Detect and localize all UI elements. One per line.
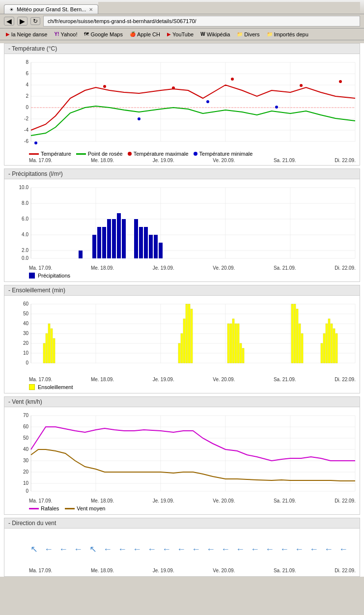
- svg-rect-73: [48, 324, 50, 363]
- svg-text:20: 20: [23, 340, 29, 346]
- svg-text:←: ←: [103, 544, 112, 554]
- precip-bar-3: [97, 227, 101, 258]
- precip-bar-8: [122, 219, 126, 258]
- precip-bar-5: [107, 219, 111, 258]
- svg-text:←: ←: [192, 544, 200, 554]
- precip-x-label-1: Me. 18.09.: [91, 265, 114, 271]
- svg-point-30: [138, 117, 140, 120]
- svg-text:20: 20: [23, 469, 29, 475]
- svg-rect-88: [242, 348, 244, 363]
- temperature-svg: 8 6 4 2 0 -2 -4 -6: [6, 57, 360, 148]
- svg-text:10: 10: [23, 480, 29, 486]
- svg-text:←: ←: [265, 544, 274, 554]
- wind-x-label-0: Ma. 17.09.: [29, 498, 52, 503]
- precip-x-label-3: Ve. 20.09.: [213, 265, 235, 271]
- svg-text:←: ←: [206, 544, 215, 554]
- svg-point-26: [231, 78, 234, 81]
- svg-text:←: ←: [309, 544, 318, 554]
- svg-text:8.0: 8.0: [22, 200, 28, 206]
- precip-bar-1: [79, 251, 83, 258]
- svg-text:←: ←: [221, 544, 230, 554]
- bookmark-divers-icon: 📁: [237, 31, 243, 37]
- sun-x-label-5: Di. 22.09.: [335, 377, 356, 382]
- wind-chart-section: - Vent (km/h) 70 60 50 40 30 20 10 0: [4, 396, 360, 515]
- temp-x-label-1: Me. 18.09.: [91, 158, 114, 163]
- svg-text:←: ←: [251, 544, 259, 554]
- svg-text:40: 40: [23, 447, 29, 452]
- back-button[interactable]: ◀: [4, 17, 14, 26]
- precipitation-chart-container: 10.0 8.0 6.0 4.0 2.0 0.0: [4, 179, 360, 265]
- refresh-button[interactable]: ↻: [30, 17, 40, 25]
- svg-text:←: ←: [162, 544, 171, 554]
- temp-x-label-4: Sa. 21.09.: [274, 158, 296, 163]
- wind-direction-chart-section: - Direction du vent ↖ ← ← ← ↖ ← ← ← ← ← …: [4, 518, 360, 577]
- wind-x-label-2: Je. 19.09.: [153, 498, 174, 503]
- wind-direction-svg: ↖ ← ← ← ↖ ← ← ← ← ← ← ← ← ← ← ← ← ← ← ←: [8, 533, 362, 563]
- bookmark-gmaps[interactable]: 🗺 Google Maps: [82, 31, 124, 38]
- precip-x-label-4: Sa. 21.09.: [274, 265, 296, 271]
- tab-close-button[interactable]: ✕: [89, 7, 93, 12]
- svg-point-25: [172, 86, 175, 89]
- winddir-x-label-4: Sa. 21.09.: [274, 568, 296, 573]
- legend-rafales-line: [29, 508, 39, 509]
- precipitation-chart-title: - Précipitations (l/m²): [4, 169, 360, 179]
- precip-bar-4: [102, 227, 106, 258]
- svg-rect-97: [328, 319, 330, 363]
- legend-precip-square: [29, 273, 35, 279]
- precip-x-label-5: Di. 22.09.: [335, 265, 356, 271]
- bookmark-apple[interactable]: 🍎 Apple CH: [128, 31, 162, 38]
- address-input[interactable]: [43, 16, 360, 27]
- svg-rect-79: [186, 304, 188, 363]
- browser-tab[interactable]: ☀ Météo pour Grand St. Bern... ✕: [4, 4, 98, 14]
- forward-button[interactable]: ▶: [17, 17, 28, 26]
- precip-bar-12: [149, 235, 153, 258]
- svg-text:←: ←: [280, 544, 289, 554]
- svg-rect-83: [230, 324, 232, 363]
- legend-vent-moyen-line: [65, 508, 75, 509]
- svg-rect-77: [181, 334, 183, 363]
- legend-rafales: Rafales: [29, 505, 59, 511]
- svg-rect-89: [291, 304, 293, 363]
- bookmark-wikipedia[interactable]: W Wikipédia: [198, 31, 232, 38]
- legend-vent-moyen-label: Vent moyen: [77, 505, 105, 511]
- temp-x-label-5: Di. 22.09.: [335, 158, 356, 163]
- bookmark-yahoo[interactable]: Y! Yahoo!: [52, 31, 79, 38]
- wind-direction-chart-title: - Direction du vent: [4, 518, 360, 529]
- svg-text:←: ←: [324, 544, 333, 554]
- bookmark-imports[interactable]: 📁 Importés depu: [265, 31, 310, 38]
- svg-rect-80: [188, 304, 190, 363]
- svg-text:2: 2: [26, 93, 28, 99]
- svg-text:70: 70: [23, 413, 29, 418]
- svg-text:2.0: 2.0: [22, 248, 28, 253]
- svg-text:50: 50: [23, 311, 29, 316]
- svg-text:←: ←: [133, 544, 141, 554]
- svg-rect-86: [237, 324, 239, 363]
- wind-x-label-4: Sa. 21.09.: [274, 498, 296, 503]
- svg-text:←: ←: [147, 544, 156, 554]
- svg-point-32: [275, 106, 278, 109]
- precip-bar-6: [112, 219, 116, 258]
- bookmark-youtube[interactable]: ▶ YouTube: [165, 31, 196, 38]
- sunshine-chart-title: - Ensoleillement (min): [4, 285, 360, 296]
- legend-temp-min-label: Température minimale: [199, 151, 253, 157]
- bookmark-imports-label: Importés depu: [274, 31, 308, 37]
- svg-rect-96: [326, 324, 328, 363]
- svg-text:4.0: 4.0: [22, 232, 28, 237]
- svg-point-27: [300, 84, 303, 87]
- precipitation-svg: 10.0 8.0 6.0 4.0 2.0 0.0: [6, 182, 360, 263]
- bookmark-yahoo-label: Yahoo!: [60, 31, 77, 37]
- bookmark-divers[interactable]: 📁 Divers: [235, 31, 261, 38]
- precipitation-chart-section: - Précipitations (l/m²) 10.0 8.0 6.0 4.0…: [4, 168, 360, 282]
- tab-favicon: ☀: [9, 7, 14, 12]
- bookmark-neige[interactable]: ▶ la Neige danse: [4, 31, 49, 38]
- svg-rect-78: [183, 319, 185, 363]
- legend-precip-label: Précipitations: [38, 273, 70, 279]
- svg-rect-75: [53, 338, 55, 363]
- legend-temp-max-label: Température maximale: [134, 151, 189, 157]
- bookmark-apple-icon: 🍎: [130, 31, 136, 37]
- legend-vent-moyen: Vent moyen: [65, 505, 105, 511]
- bookmark-youtube-icon: ▶: [167, 31, 171, 37]
- svg-text:10: 10: [23, 350, 29, 356]
- svg-rect-87: [240, 343, 242, 363]
- svg-point-31: [206, 100, 209, 103]
